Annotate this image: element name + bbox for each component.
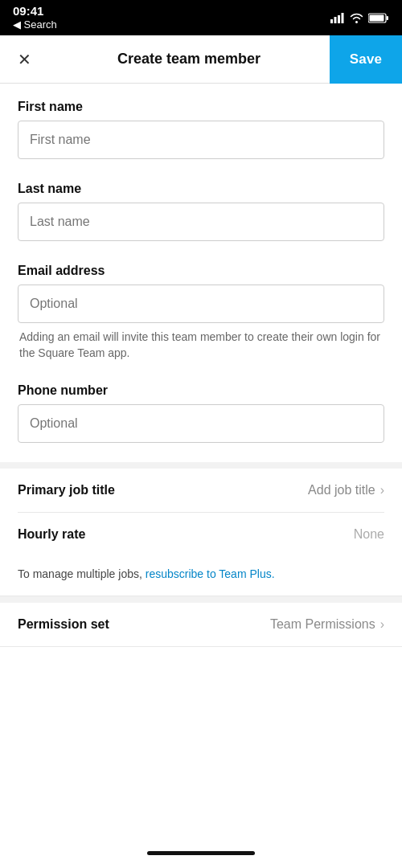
email-label: Email address (18, 264, 384, 278)
svg-rect-5 (387, 16, 389, 20)
wifi-icon (350, 13, 363, 23)
job-title-row[interactable]: Primary job title Add job title › (0, 469, 402, 512)
nav-bar: ✕ Create team member Save (0, 35, 402, 84)
home-indicator (0, 841, 402, 862)
last-name-section: Last name (0, 166, 402, 248)
phone-label: Phone number (18, 383, 384, 398)
first-name-input[interactable] (18, 121, 384, 159)
chevron-right-icon-2: › (380, 617, 384, 632)
close-button[interactable]: ✕ (0, 35, 48, 84)
status-search: ◀ Search (13, 18, 57, 31)
section-divider-2 (0, 596, 402, 603)
team-plus-section: To manage multiple jobs, resubscribe to … (0, 556, 402, 596)
signal-icon (330, 13, 345, 23)
svg-rect-1 (334, 17, 337, 23)
first-name-label: First name (18, 100, 384, 114)
phone-section: Phone number (0, 367, 402, 449)
battery-icon (368, 13, 389, 23)
svg-rect-0 (330, 19, 333, 23)
status-icons (330, 13, 389, 23)
chevron-right-icon: › (380, 483, 384, 497)
team-plus-text: To manage multiple jobs, (18, 567, 146, 580)
last-name-label: Last name (18, 182, 384, 196)
phone-input[interactable] (18, 404, 384, 443)
email-input[interactable] (18, 285, 384, 323)
hourly-rate-row[interactable]: Hourly rate None (0, 513, 402, 556)
status-time: 09:41 (13, 5, 57, 17)
svg-rect-3 (342, 13, 344, 23)
svg-rect-6 (370, 14, 384, 21)
row-divider-3 (0, 646, 402, 647)
permission-set-value: Team Permissions › (270, 617, 384, 632)
permission-set-label: Permission set (18, 617, 109, 632)
permission-set-row[interactable]: Permission set Team Permissions › (0, 603, 402, 646)
home-bar (147, 851, 255, 855)
form-content: First name Last name Email address Addin… (0, 84, 402, 647)
job-title-value: Add job title › (308, 483, 384, 497)
first-name-section: First name (0, 84, 402, 166)
last-name-input[interactable] (18, 203, 384, 241)
email-section: Email address Adding an email will invit… (0, 248, 402, 367)
hourly-rate-label: Hourly rate (18, 527, 85, 542)
team-plus-link[interactable]: resubscribe to Team Plus. (146, 567, 275, 580)
svg-rect-2 (338, 15, 340, 23)
hourly-rate-value: None (354, 527, 384, 542)
status-bar: 09:41 ◀ Search (0, 0, 402, 35)
save-button[interactable]: Save (330, 35, 402, 84)
job-title-label: Primary job title (18, 483, 115, 497)
page-title: Create team member (48, 51, 330, 68)
email-hint: Adding an email will invite this team me… (18, 330, 384, 361)
section-divider (0, 462, 402, 469)
